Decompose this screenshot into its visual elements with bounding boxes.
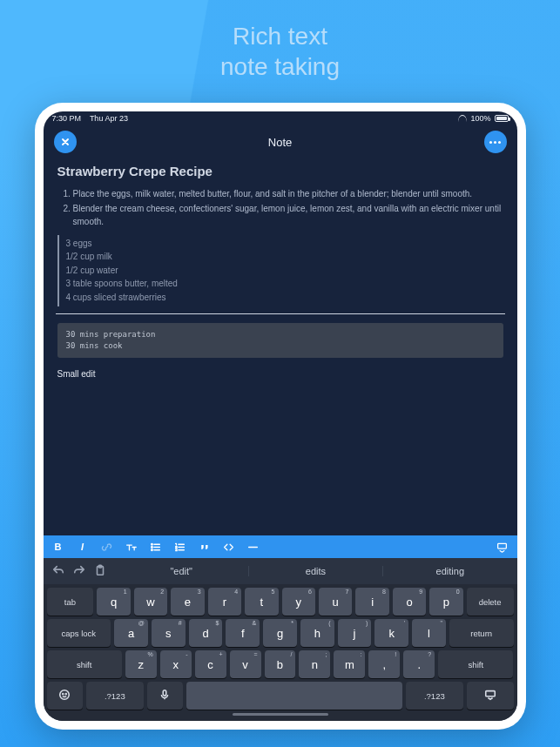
key-r[interactable]: r4 [208,588,241,616]
more-button[interactable] [484,131,507,153]
mic-icon [159,689,171,701]
key-b[interactable]: b/ [265,650,296,678]
svg-point-7 [63,694,64,695]
bold-button[interactable]: B [52,535,64,558]
key-x[interactable]: x- [160,650,192,678]
key-o[interactable]: o9 [393,588,426,616]
key-space[interactable] [186,682,402,710]
note-header: Note [44,125,517,162]
text-size-icon [125,542,137,553]
key-s[interactable]: s# [152,619,186,647]
key-symbols-right[interactable]: .?123 [406,682,463,710]
key-delete[interactable]: delete [467,588,514,616]
numbered-list-button[interactable] [174,535,186,558]
svg-rect-10 [485,691,495,697]
redo-icon [73,564,85,576]
wifi-icon [458,115,467,122]
note-steps: Place the eggs, milk water, melted butte… [57,188,503,229]
key-tab[interactable]: tab [47,588,94,616]
svg-point-0 [152,543,153,545]
italic-button[interactable]: I [77,535,89,558]
key-u[interactable]: u7 [319,588,352,616]
note-title: Strawberry Crepe Recipe [57,162,503,181]
ingredient: 3 table spoons butter, melted [66,278,503,292]
key-shift-right[interactable]: shift [438,650,513,678]
ingredient: 3 eggs [66,237,503,251]
key-f[interactable]: f& [226,619,260,647]
suggestion-bar: "edit" edits editing [44,558,517,584]
hide-keyboard-button[interactable] [496,535,509,558]
code-block: 30 mins preparation 30 mins cook [57,323,503,358]
keyboard: tabq1w2e3r4t5y6u7i8o9p0delete caps locka… [44,584,517,721]
redo-button[interactable] [73,564,85,578]
numbered-list-icon [174,542,186,553]
key-symbols-left[interactable]: .?123 [86,682,144,710]
status-left: 7:30 PM Thu Apr 23 [52,114,128,123]
quote-button[interactable] [199,535,211,558]
key-p[interactable]: p0 [429,588,462,616]
marketing-line-2: note taking [0,51,560,82]
suggestion[interactable]: edits [248,566,382,576]
key-a[interactable]: a@ [114,619,148,647]
key-h[interactable]: h( [300,619,334,647]
svg-point-2 [152,548,153,550]
key-g[interactable]: g* [263,619,297,647]
key-i[interactable]: i8 [355,588,388,616]
key-n[interactable]: n; [299,650,330,678]
step-item: Blender the cream cheese, confectioners'… [73,203,503,228]
hr-button[interactable] [247,535,260,558]
svg-point-6 [60,690,70,700]
undo-button[interactable] [52,564,64,578]
undo-icon [52,564,64,576]
key-d[interactable]: d$ [189,619,223,647]
clipboard-button[interactable] [94,564,106,578]
key-z[interactable]: z% [125,650,157,678]
key-v[interactable]: v= [230,650,261,678]
status-right: 100% [458,114,508,123]
quote-icon [199,542,210,553]
suggestion[interactable]: editing [382,566,516,576]
key-return[interactable]: return [449,619,514,647]
battery-percent: 100% [470,114,490,123]
svg-point-1 [152,546,153,548]
header-title: Note [77,136,484,149]
key-capslock[interactable]: caps lock [47,619,111,647]
home-indicator [233,713,328,716]
key-k[interactable]: k' [374,619,408,647]
link-button[interactable] [101,535,113,558]
marketing-line-1: Rich text [0,21,560,51]
battery-icon [495,115,509,122]
close-icon [60,137,71,147]
key-c[interactable]: c+ [195,650,226,678]
key-y[interactable]: y6 [282,588,315,616]
key-dictation[interactable] [147,682,183,710]
key-w[interactable]: w2 [134,588,167,616]
bullet-list-button[interactable] [150,535,162,558]
code-button[interactable] [223,535,235,558]
key-.[interactable]: .? [403,650,435,678]
bullet-list-icon [150,542,161,553]
svg-rect-3 [498,543,507,548]
close-button[interactable] [54,131,77,153]
note-body[interactable]: Strawberry Crepe Recipe Place the eggs, … [44,162,517,535]
key-l[interactable]: l" [412,619,446,647]
key-t[interactable]: t5 [245,588,278,616]
svg-rect-9 [164,690,167,696]
key-q[interactable]: q1 [97,588,130,616]
key-m[interactable]: m: [334,650,365,678]
emoji-icon [58,689,71,701]
key-shift-left[interactable]: shift [47,650,122,678]
text-size-button[interactable] [125,535,138,558]
svg-point-8 [65,694,66,695]
suggestion[interactable]: "edit" [115,566,248,576]
more-icon [489,141,501,144]
key-,[interactable]: ,! [368,650,400,678]
ingredient: 1/2 cup milk [66,251,503,265]
status-bar: 7:30 PM Thu Apr 23 100% [44,111,517,125]
code-icon [223,542,234,553]
key-j[interactable]: j) [338,619,372,647]
key-hide-keyboard[interactable] [467,682,514,710]
ipad-frame: 7:30 PM Thu Apr 23 100% Note Strawberry … [35,103,526,730]
key-e[interactable]: e3 [171,588,204,616]
key-emoji[interactable] [47,682,83,710]
